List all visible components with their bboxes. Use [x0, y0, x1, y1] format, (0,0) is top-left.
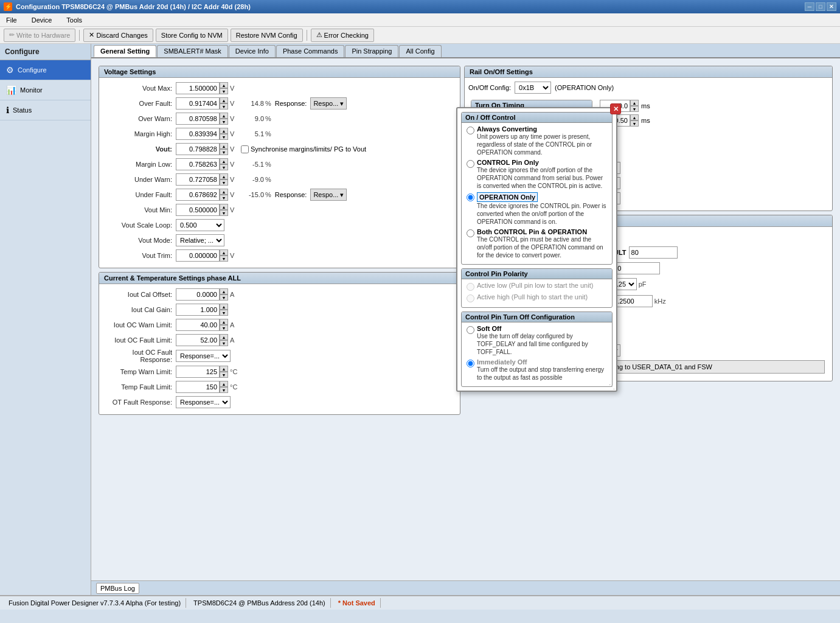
under-fault-response-btn[interactable]: Respo... ▾	[310, 189, 347, 201]
vout-max-input[interactable]	[176, 82, 220, 94]
close-button[interactable]: ✕	[827, 2, 836, 11]
control-pin-only-radio[interactable]	[467, 160, 474, 168]
margin-low-input[interactable]	[176, 158, 220, 170]
tab-pin-strapping[interactable]: Pin Strapping	[345, 45, 398, 57]
iout-oc-warn-up[interactable]: ▲	[220, 319, 228, 325]
vout-max-down[interactable]: ▼	[220, 88, 228, 94]
minimize-button[interactable]: ─	[805, 2, 814, 11]
czi-mult-input[interactable]	[629, 246, 678, 259]
val2-down[interactable]: ▼	[630, 120, 639, 127]
under-fault-up[interactable]: ▲	[220, 189, 228, 195]
iout-cal-gain-input[interactable]	[176, 304, 220, 316]
iout-oc-fault-input[interactable]	[176, 334, 220, 346]
iout-cal-offset-up[interactable]: ▲	[220, 288, 228, 294]
status-version: Fusion Digital Power Designer v7.7.3.4 A…	[4, 598, 186, 608]
maximize-button[interactable]: □	[816, 2, 825, 11]
iout-oc-warn-input[interactable]	[176, 319, 220, 331]
ot-fault-response-select[interactable]: Response=...	[176, 396, 231, 408]
pmbus-log-item[interactable]: PMBus Log	[96, 583, 139, 594]
error-checking-button[interactable]: ⚠ Error Checking	[311, 29, 374, 42]
on-off-control-popup: ✕ On / Off Control Always Converting Uni…	[456, 107, 617, 392]
over-warn-input[interactable]	[176, 113, 220, 125]
tab-phase-commands[interactable]: Phase Commands	[276, 45, 345, 57]
val1-down[interactable]: ▼	[630, 106, 639, 112]
both-control-operation-radio[interactable]	[467, 229, 474, 237]
vout-min-down[interactable]: ▼	[220, 210, 228, 216]
tab-general-setting[interactable]: General Setting	[94, 45, 156, 57]
margin-high-up[interactable]: ▲	[220, 128, 228, 134]
vout-max-up[interactable]: ▲	[220, 82, 228, 88]
over-fault-down[interactable]: ▼	[220, 103, 228, 110]
val1-up[interactable]: ▲	[630, 100, 639, 106]
vout-trim-up[interactable]: ▲	[220, 249, 228, 256]
iout-oc-fault-down[interactable]: ▼	[220, 340, 228, 346]
val2-up[interactable]: ▲	[630, 114, 639, 120]
vout-up[interactable]: ▲	[220, 143, 228, 149]
restore-nvm-button[interactable]: Restore NVM Config	[231, 29, 303, 42]
under-fault-input[interactable]	[176, 189, 220, 201]
sync-checkbox[interactable]	[241, 145, 249, 153]
operation-only-radio[interactable]	[467, 193, 474, 201]
tab-device-info[interactable]: Device Info	[229, 45, 276, 57]
immediately-off-radio[interactable]	[467, 360, 474, 367]
write-hardware-button[interactable]: ✏ Write to Hardware	[4, 29, 75, 42]
temp-fault-up[interactable]: ▲	[220, 381, 228, 387]
vout-max-row: Vout Max: ▲▼ V	[103, 82, 456, 95]
vout-mode-select[interactable]: Relative; ...	[176, 234, 224, 246]
iout-oc-warn-down[interactable]: ▼	[220, 325, 228, 331]
gmv-input[interactable]	[611, 262, 660, 274]
iout-cal-offset-input[interactable]	[176, 288, 220, 301]
vout-trim-input[interactable]	[176, 249, 220, 262]
over-fault-input[interactable]	[176, 97, 220, 110]
content-scroll[interactable]: Voltage Settings Vout Max: ▲▼ V	[91, 58, 840, 580]
menu-device[interactable]: Device	[28, 15, 56, 25]
under-warn-down[interactable]: ▼	[220, 179, 228, 186]
vout-trim-down[interactable]: ▼	[220, 256, 228, 262]
active-high-radio[interactable]	[467, 294, 474, 302]
sidebar-item-status[interactable]: ℹ Status	[0, 100, 91, 120]
margin-high-down[interactable]: ▼	[220, 134, 228, 140]
temp-warn-input[interactable]	[176, 366, 220, 378]
temp-warn-down[interactable]: ▼	[220, 372, 228, 378]
over-fault-up[interactable]: ▲	[220, 97, 228, 103]
iout-cal-gain-up[interactable]: ▲	[220, 304, 228, 310]
always-converting-radio[interactable]	[467, 127, 474, 134]
soft-off-radio[interactable]	[467, 326, 474, 334]
temp-warn-up[interactable]: ▲	[220, 366, 228, 372]
active-low-radio[interactable]	[467, 283, 474, 291]
discard-changes-button[interactable]: ✕ Discard Changes	[83, 29, 153, 42]
over-warn-down[interactable]: ▼	[220, 119, 228, 125]
vout-down[interactable]: ▼	[220, 149, 228, 155]
vout-min-input[interactable]	[176, 204, 220, 216]
popup-close-btn[interactable]: ✕	[610, 103, 621, 114]
iout-cal-offset-down[interactable]: ▼	[220, 294, 228, 301]
popup-resize-handle[interactable]: ⋱	[608, 382, 616, 391]
over-fault-response-btn[interactable]: Respo... ▾	[310, 97, 347, 110]
iout-oc-response-select[interactable]: Response=...	[176, 350, 231, 362]
margin-low-up[interactable]: ▲	[220, 158, 228, 164]
operation-only-label: OPERATION Only	[477, 192, 538, 202]
vout-input[interactable]	[176, 143, 220, 155]
temp-fault-down[interactable]: ▼	[220, 387, 228, 393]
toolbar-separator-2	[307, 30, 307, 41]
margin-low-down[interactable]: ▼	[220, 164, 228, 170]
vout-scale-select[interactable]: 0.500	[176, 219, 224, 231]
menu-tools[interactable]: Tools	[63, 15, 86, 25]
under-fault-down[interactable]: ▼	[220, 195, 228, 201]
vout-min-up[interactable]: ▲	[220, 204, 228, 210]
over-warn-up[interactable]: ▲	[220, 113, 228, 119]
store-config-button[interactable]: Store Config to NVM	[156, 29, 228, 42]
margin-high-input[interactable]	[176, 128, 220, 140]
under-warn-up[interactable]: ▲	[220, 173, 228, 179]
control-pin-turnoff-body: Soft Off Use the turn off delay configur…	[462, 322, 612, 386]
tab-all-config[interactable]: All Config	[399, 45, 441, 57]
sidebar-item-monitor[interactable]: 📊 Monitor	[0, 80, 91, 100]
sidebar-item-configure[interactable]: ⚙ Configure	[0, 60, 91, 80]
onoff-config-select[interactable]: 0x1B	[515, 82, 551, 94]
menu-file[interactable]: File	[2, 15, 21, 25]
temp-fault-input[interactable]	[176, 381, 220, 393]
iout-oc-fault-up[interactable]: ▲	[220, 334, 228, 340]
iout-cal-gain-down[interactable]: ▼	[220, 310, 228, 316]
under-warn-input[interactable]	[176, 173, 220, 186]
tab-smbalert-mask[interactable]: SMBALERT# Mask	[157, 45, 228, 57]
